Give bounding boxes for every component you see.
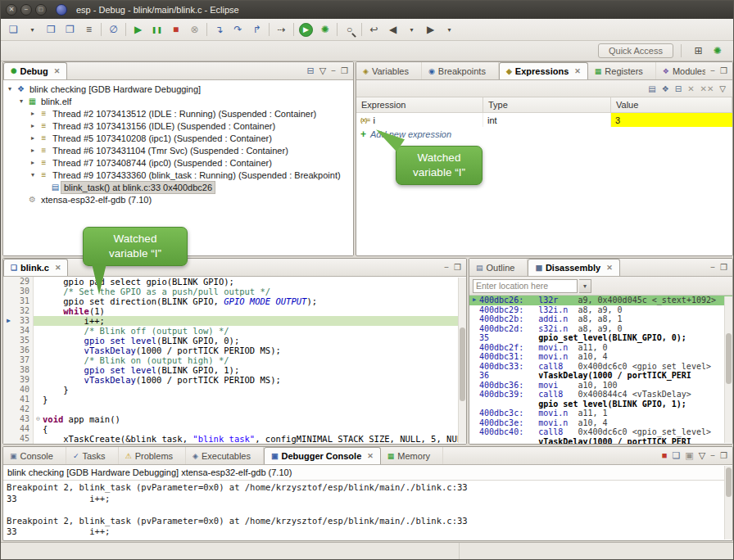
forward-icon[interactable]: ▶ xyxy=(421,21,440,38)
close-button[interactable]: ✕ xyxy=(6,4,17,16)
pin-console-icon[interactable]: ▣ xyxy=(685,450,693,461)
code-text[interactable]: vTaskDelay(1000 / portTICK_PERIOD_MS); xyxy=(43,375,466,385)
expander-icon[interactable]: ▸ xyxy=(28,110,38,117)
maximize-icon[interactable]: ❐ xyxy=(720,263,727,272)
remove-all-icon[interactable]: ✕✕ xyxy=(700,84,714,93)
search-icon[interactable]: ○ xyxy=(340,21,359,38)
line-number[interactable]: 45 xyxy=(14,434,34,444)
code-line[interactable]: 35 gpio_set_level(BLINK_GPIO, 0); xyxy=(3,336,466,345)
back-dropdown-icon[interactable]: ▾ xyxy=(402,21,421,38)
debug-tree-item[interactable]: ▸≡Thread #5 1073410208 (ipc1) (Suspended… xyxy=(3,132,353,144)
minimize-button[interactable]: − xyxy=(20,4,32,16)
code-line[interactable]: 29 gpio_pad_select_gpio(BLINK_GPIO); xyxy=(3,277,466,287)
code-line[interactable]: 36 vTaskDelay(1000 / portTICK_PERIOD_MS)… xyxy=(3,345,466,355)
fold-marker[interactable] xyxy=(34,287,43,296)
code-line[interactable]: 41} xyxy=(3,395,466,404)
back-icon[interactable]: ◀ xyxy=(383,21,402,38)
value-cell[interactable]: 3 xyxy=(611,113,732,127)
line-number[interactable]: 38 xyxy=(14,365,34,375)
debug-view-menu-icon[interactable]: ▽ xyxy=(319,65,326,76)
fold-marker[interactable] xyxy=(34,395,43,404)
minimize-icon[interactable]: − xyxy=(444,263,449,272)
expander-icon[interactable]: ▾ xyxy=(16,97,26,105)
fold-marker[interactable]: ⊖ xyxy=(34,414,43,424)
disassembly-line[interactable]: 400dbc36: movi a10, 100 xyxy=(469,381,732,391)
new-wizard-icon[interactable]: ❏ xyxy=(4,21,23,38)
editor-scrollbar-thumb[interactable] xyxy=(460,327,465,402)
line-number[interactable]: 34 xyxy=(14,326,34,336)
debug-tree-item[interactable]: ▸≡Thread #6 1073431104 (Tmr Svc) (Suspen… xyxy=(3,144,353,156)
tab-console[interactable]: ▣Console xyxy=(3,447,66,464)
expander-icon[interactable]: ▸ xyxy=(28,147,38,154)
show-type-names-icon[interactable]: ▤ xyxy=(648,84,655,93)
minimize-icon[interactable]: − xyxy=(331,66,336,75)
step-return-icon[interactable]: ↱ xyxy=(247,21,266,38)
disassembly-line[interactable]: 400dbc33: call8 0x400dc6c0 <gpio_set_lev… xyxy=(469,362,732,372)
code-line[interactable]: 30 /* Set the GPIO as a push/pull output… xyxy=(3,287,466,296)
line-number[interactable]: 33 xyxy=(14,316,34,326)
code-line[interactable]: 43⊖void app_main() xyxy=(3,414,466,424)
code-text[interactable]: /* Blink off (output low) */ xyxy=(43,326,466,336)
tab-executables[interactable]: ◈Executables xyxy=(186,447,264,464)
debug-tree-item[interactable]: ▸≡Thread #2 1073413512 (IDLE : Running) … xyxy=(3,107,353,120)
line-number[interactable]: 40 xyxy=(14,385,34,395)
disassembly-line[interactable]: 400dbc3c: movi.n a11, 1 xyxy=(469,409,732,418)
code-text[interactable]: gpio_set_level(BLINK_GPIO, 0); xyxy=(43,336,466,345)
fold-marker[interactable] xyxy=(34,345,43,355)
code-line[interactable]: 38 gpio_set_level(BLINK_GPIO, 1); xyxy=(3,365,466,375)
disassembly-scrollbar-thumb[interactable] xyxy=(726,333,732,385)
disassembly-line[interactable]: 400dbc31: movi.n a10, 4 xyxy=(469,352,732,362)
expander-icon[interactable]: ▸ xyxy=(28,134,38,142)
console-output[interactable]: Breakpoint 2, blink_task (pvParameter=0x… xyxy=(3,481,732,540)
run-icon[interactable]: ▶ xyxy=(299,23,313,37)
disassembly-line[interactable]: 400dbc2b: addi.n a8, a8, 1 xyxy=(469,314,732,324)
code-text[interactable]: /* Blink on (output high) */ xyxy=(43,355,466,365)
disassembly-line[interactable]: 400dbc39: call8 0x400844c4 <vTaskDelay> xyxy=(469,390,732,400)
line-number[interactable]: 36 xyxy=(14,345,34,355)
tab-breakpoints[interactable]: ◉Breakpoints xyxy=(422,62,499,79)
editor-scrollbar[interactable] xyxy=(458,278,466,443)
location-input[interactable]: Enter location here xyxy=(473,279,578,293)
line-number[interactable]: 44 xyxy=(14,424,34,434)
disassembly-line[interactable]: gpio_set_level(BLINK_GPIO, 1); xyxy=(469,400,732,409)
maximize-icon[interactable]: ❐ xyxy=(720,451,727,460)
skip-breakpoints-icon[interactable]: ∅ xyxy=(104,21,123,38)
fold-marker[interactable] xyxy=(34,365,43,375)
code-text[interactable]: gpio_set_direction(BLINK_GPIO, GPIO_MODE… xyxy=(43,296,466,306)
expression-row[interactable]: (x)=i int 3 xyxy=(356,113,732,127)
code-line[interactable]: 39 vTaskDelay(1000 / portTICK_PERIOD_MS)… xyxy=(3,375,466,385)
line-number[interactable]: 35 xyxy=(14,336,34,345)
close-icon[interactable]: ✕ xyxy=(574,67,581,75)
fold-marker[interactable] xyxy=(34,336,43,345)
column-value[interactable]: Value xyxy=(611,97,732,112)
line-number[interactable]: 30 xyxy=(14,287,34,296)
fold-marker[interactable] xyxy=(34,434,43,444)
disassembly-line[interactable]: ▶400dbc26: l32r a9, 0x400d045c <_stext+1… xyxy=(469,296,732,305)
debug-tree-item[interactable]: ▾❖blink checking [GDB Hardware Debugging… xyxy=(3,83,353,95)
debug-perspective-icon[interactable]: ✺ xyxy=(708,43,727,60)
fold-marker[interactable] xyxy=(34,355,43,365)
debug-tree-item[interactable]: ▾▦blink.elf xyxy=(3,95,353,107)
save-all-icon[interactable]: ❐ xyxy=(61,21,79,38)
debug-tree-item[interactable]: ▸≡Thread #3 1073413156 (IDLE) (Suspended… xyxy=(3,120,353,132)
fold-marker[interactable] xyxy=(34,316,43,326)
disassembly-line[interactable]: vTaskDelay(1000 / portTICK_PERI xyxy=(469,437,732,445)
line-number[interactable]: 43 xyxy=(14,414,34,424)
code-text[interactable]: void app_main() xyxy=(43,414,466,424)
forward-dropdown-icon[interactable]: ▾ xyxy=(440,21,459,38)
step-over-icon[interactable]: ↷ xyxy=(229,21,247,38)
code-text[interactable]: i++; xyxy=(43,316,466,326)
column-expression[interactable]: Expression xyxy=(356,97,483,112)
maximize-icon[interactable]: ❐ xyxy=(454,263,461,272)
column-type[interactable]: Type xyxy=(483,97,611,112)
clear-console-icon[interactable]: ❏ xyxy=(672,450,680,461)
fold-marker[interactable] xyxy=(34,375,43,385)
step-into-icon[interactable]: ↴ xyxy=(210,21,229,38)
debug-tree-item[interactable]: ▸≡Thread #7 1073408744 (ipc0) (Suspended… xyxy=(3,156,353,169)
remove-selected-icon[interactable]: ✕ xyxy=(687,84,694,93)
expander-icon[interactable]: ▾ xyxy=(5,85,15,93)
console-scrollbar[interactable] xyxy=(724,466,732,540)
debug-tree-item[interactable]: ▤blink_task() at blink.c:33 0x400dbc26 xyxy=(3,181,353,193)
code-line[interactable]: 32 while(1) xyxy=(3,306,466,316)
fold-marker[interactable] xyxy=(34,306,43,316)
